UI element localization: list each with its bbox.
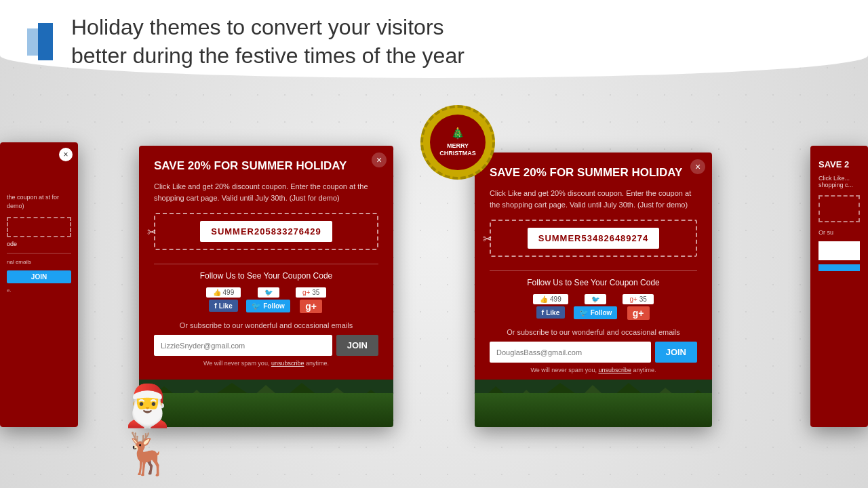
svg-point-43 [511,401,541,406]
twitter-btn-center[interactable]: 🐦 🐦 Follow [246,287,290,313]
svg-point-22 [318,398,356,405]
gplus-count-right: g+ 35 [623,294,654,304]
popup-right-desc: Click Like and get 20% discount coupon. … [490,188,697,210]
social-buttons-right: 👍 499 f Like 🐦 🐦 Follow [490,294,697,320]
spam-notice-center: We will never spam you, unsubscribe anyt… [154,360,378,367]
gplus-count-value: 35 [312,289,319,296]
svg-point-23 [352,400,390,407]
scissors-icon-right: ✂ [483,232,492,245]
popup-far-right-dashed [818,195,860,222]
partial-left-code: ode [7,241,71,247]
partial-left-join-btn[interactable]: JOIN [7,270,71,283]
gplus-btn-center[interactable]: g+ 35 g+ [296,287,327,313]
fb-like-button-right[interactable]: f Like [536,306,566,319]
spam-text-center: We will never spam you, [203,360,269,367]
fb-like-button[interactable]: f Like [209,300,238,312]
popup-bottom-image-right [475,380,712,427]
svg-point-19 [209,393,255,400]
xmas-badge-border: 🎄 MERRY CHRISTMAS [420,105,495,180]
svg-point-42 [478,397,513,403]
popup-left-body: × the coupon at st for demo) ode nal ema… [0,142,78,427]
unsubscribe-link-right[interactable]: unsubscribe [598,367,631,373]
gplus-button-right[interactable]: g+ [627,306,650,320]
close-button-right[interactable]: × [690,159,705,174]
svg-rect-38 [654,401,676,420]
twitter-btn-right[interactable]: 🐦 🐦 Follow [574,294,618,320]
coupon-box-center: SUMMER205833276429 [154,213,378,250]
xmas-tree-icon: 🎄 [451,127,465,141]
gplus-btn-right[interactable]: g+ 35 g+ [623,294,654,320]
svg-rect-13 [326,401,349,420]
tw-icon-right: 🐦 [579,308,589,317]
fb-count-center: 👍 499 [206,287,241,298]
svg-rect-7 [217,396,248,420]
thumb-icon-right: 👍 [540,296,548,303]
fb-icon: f [214,302,217,310]
partial-left-desc: the coupon at st for demo) [7,193,71,210]
gplus-icon-right: g+ [629,296,637,303]
popup-far-right: SAVE 2 Click Like... shopping c... Or su [810,146,868,427]
unsubscribe-link-center[interactable]: unsubscribe [271,360,304,367]
email-input-right[interactable] [490,342,651,363]
xmas-badge: 🎄 MERRY CHRISTMAS [420,105,495,180]
header: Holiday themes to convert your visitors … [0,0,868,83]
xmas-badge-center: 🎄 MERRY CHRISTMAS [430,115,486,170]
xmas-merry-text: MERRY [447,142,469,150]
join-button-right[interactable]: JOIN [655,342,697,363]
facebook-btn-center[interactable]: 👍 499 f Like [206,287,241,313]
close-button-center[interactable]: × [372,152,387,167]
scissors-icon-center: ✂ [147,225,156,238]
or-subscribe-right: Or subscribe to our wonderful and occasi… [490,328,697,336]
coupon-code-right: SUMMER534826489274 [528,228,660,249]
logo-icon [27,23,61,60]
tw-label-right: Follow [591,309,612,317]
coupon-box-right: SUMMER534826489274 [490,220,697,257]
partial-left-label2: e. [7,287,71,293]
svg-rect-40 [687,403,709,420]
facebook-btn-right[interactable]: 👍 499 f Like [533,294,568,320]
coupon-area-center: ✂ SUMMER205833276429 [154,213,378,250]
tw-follow-button-right[interactable]: 🐦 Follow [574,306,618,319]
spam-text-right: We will never spam you, [531,367,597,373]
svg-point-48 [680,401,712,406]
svg-rect-11 [288,399,315,420]
svg-rect-27 [485,400,507,420]
tw-count-right: 🐦 [585,294,606,304]
svg-point-20 [247,396,285,403]
follow-title-right: Follow Us to See Your Coupon Code [490,278,697,287]
close-button-partial[interactable]: × [59,148,73,161]
gplus-icon: g+ [302,289,310,296]
svg-rect-15 [359,403,383,420]
fb-label: Like [219,302,233,310]
popup-right-body: × SAVE 20% FOR SUMMER HOLIDAY Click Like… [475,152,712,427]
gplus-label-right: g+ [633,308,644,319]
popup-far-right-btn[interactable] [818,264,860,271]
popup-right-content: SAVE 20% FOR SUMMER HOLIDAY Click Like a… [475,152,712,380]
svg-rect-36 [616,399,642,420]
tw-label: Follow [263,302,285,310]
fb-count-value: 499 [223,289,235,296]
gplus-button[interactable]: g+ [300,300,322,313]
fb-count-right: 👍 499 [533,294,568,304]
popup-far-right-desc: Click Like... shopping c... [818,175,860,188]
tw-follow-button[interactable]: 🐦 Follow [246,300,290,312]
join-button-center[interactable]: JOIN [336,335,378,356]
thumb-icon: 👍 [213,289,221,296]
popup-right: × SAVE 20% FOR SUMMER HOLIDAY Click Like… [475,152,712,427]
svg-rect-32 [546,396,574,420]
social-buttons-center: 👍 499 f Like 🐦 🐦 Follow [154,287,378,313]
tw-icon: 🐦 [252,302,261,310]
tw-count-center: 🐦 [258,287,279,298]
partial-left-email-label: nal emails [7,259,71,265]
gplus-count-value-right: 35 [639,296,647,303]
popup-right-title: SAVE 20% FOR SUMMER HOLIDAY [490,166,697,180]
fb-count-value-right: 499 [550,296,561,303]
svg-point-44 [539,393,581,400]
svg-rect-9 [254,400,278,420]
svg-point-47 [648,399,683,404]
popup-far-right-input[interactable] [818,241,860,260]
svg-point-45 [575,397,610,403]
email-input-center[interactable] [154,335,332,356]
bird-icon: 🐦 [264,289,273,296]
popup-far-right-body: SAVE 2 Click Like... shopping c... Or su [810,146,868,427]
